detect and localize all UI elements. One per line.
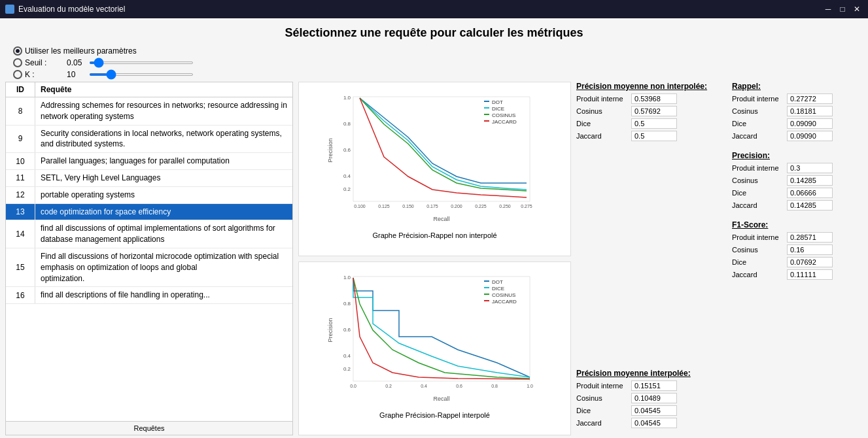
metric-label: Cosinus bbox=[576, 107, 629, 115]
svg-text:0.6: 0.6 bbox=[343, 327, 351, 333]
svg-text:0.2: 0.2 bbox=[385, 384, 392, 388]
best-params-row: Utiliser les meilleurs paramètres bbox=[13, 46, 855, 56]
svg-rect-18 bbox=[484, 107, 489, 109]
metric-value: 0.14285 bbox=[787, 200, 833, 211]
metric-row: Produit interne 0.53968 bbox=[576, 93, 727, 104]
metric-label: Jaccard bbox=[576, 419, 629, 427]
close-button[interactable]: ✕ bbox=[851, 3, 863, 15]
top-chart-title: Graphe Précision-Rappel non interpolé bbox=[372, 231, 496, 239]
metric-value: 0.5 bbox=[631, 131, 677, 141]
metric-label: Dice bbox=[732, 120, 784, 127]
seuil-radio[interactable] bbox=[13, 58, 22, 67]
metric-value: 0.06666 bbox=[787, 188, 833, 198]
svg-text:Recall: Recall bbox=[433, 216, 449, 222]
cell-text: find all descriptions of file handling i… bbox=[35, 287, 292, 303]
table-row[interactable]: 14 find all discussions of optimal imple… bbox=[6, 220, 292, 248]
svg-text:1.0: 1.0 bbox=[343, 275, 351, 280]
minimize-button[interactable]: ─ bbox=[822, 3, 834, 15]
svg-text:Recall: Recall bbox=[433, 396, 449, 402]
metric-row: Jaccard 0.11111 bbox=[732, 269, 863, 280]
table-row[interactable]: 8 Addressing schemes for resources in ne… bbox=[6, 97, 292, 126]
seuil-value: 0.05 bbox=[67, 58, 86, 67]
metric-label: Cosinus bbox=[732, 246, 784, 254]
svg-text:JACCARD: JACCARD bbox=[492, 119, 517, 125]
svg-text:0.125: 0.125 bbox=[378, 204, 390, 209]
seuil-row: Seuil : 0.05 bbox=[13, 58, 855, 67]
metric-value: 0.14285 bbox=[787, 175, 833, 186]
table-row[interactable]: 13 code optimization for space efficienc… bbox=[6, 204, 292, 221]
k-slider[interactable] bbox=[89, 73, 194, 76]
metric-label: Dice bbox=[576, 407, 629, 414]
k-label: K : bbox=[25, 70, 64, 79]
cell-text: Addressing schemes for resources in netw… bbox=[35, 97, 292, 125]
cell-id: 14 bbox=[6, 220, 35, 248]
svg-rect-20 bbox=[484, 114, 489, 115]
svg-rect-42 bbox=[484, 294, 489, 295]
seuil-slider[interactable] bbox=[89, 61, 194, 64]
svg-rect-38 bbox=[484, 280, 489, 282]
metric-row: Jaccard 0.09090 bbox=[732, 131, 863, 141]
svg-text:1.0: 1.0 bbox=[527, 384, 533, 388]
metric-row: Dice 0.04545 bbox=[576, 405, 727, 416]
top-controls: Utiliser les meilleurs paramètres Seuil … bbox=[0, 45, 868, 82]
right-metrics: Rappel: Produit interne 0.27272 Cosinus … bbox=[732, 82, 863, 435]
k-radio[interactable] bbox=[13, 70, 22, 79]
prec-interp-section: Précision moyenne interpolée: Produit in… bbox=[576, 369, 727, 430]
table-row[interactable]: 12 portable operating systems bbox=[6, 187, 292, 204]
metric-row: Cosinus 0.10489 bbox=[576, 393, 727, 403]
svg-text:0.4: 0.4 bbox=[421, 384, 427, 388]
cell-id: 16 bbox=[6, 287, 35, 303]
cell-text: Parallel languages; languages for parall… bbox=[35, 153, 292, 169]
table-row[interactable]: 15 Find all discussions of horizontal mi… bbox=[6, 248, 292, 287]
metric-label: Jaccard bbox=[732, 132, 784, 140]
metric-value: 0.04545 bbox=[631, 418, 677, 428]
metric-label: Produit interne bbox=[732, 95, 784, 103]
header-id: ID bbox=[6, 82, 35, 97]
maximize-button[interactable]: □ bbox=[837, 3, 848, 15]
best-params-option[interactable]: Utiliser les meilleurs paramètres bbox=[13, 46, 137, 56]
svg-rect-22 bbox=[484, 120, 489, 122]
metric-value: 0.15151 bbox=[631, 380, 677, 391]
metric-row: Produit interne 0.15151 bbox=[576, 380, 727, 391]
metric-value: 0.07692 bbox=[787, 257, 833, 267]
metric-value: 0.57692 bbox=[631, 106, 677, 116]
svg-text:DICE: DICE bbox=[492, 106, 504, 112]
metric-label: Cosinus bbox=[732, 177, 784, 184]
metric-value: 0.27272 bbox=[787, 93, 833, 104]
rappel-section: Rappel: Produit interne 0.27272 Cosinus … bbox=[732, 82, 863, 143]
svg-text:0.6: 0.6 bbox=[343, 147, 351, 153]
top-chart: Precision Recall 1.0 0.8 0.6 0.4 0.2 0.1… bbox=[327, 85, 543, 229]
svg-text:0.250: 0.250 bbox=[499, 204, 511, 209]
svg-text:1.0: 1.0 bbox=[343, 95, 351, 101]
title-bar-controls: ─ □ ✕ bbox=[822, 3, 863, 15]
metric-label: Jaccard bbox=[576, 132, 629, 140]
table-row[interactable]: 16 find all descriptions of file handlin… bbox=[6, 287, 292, 304]
metric-value: 0.09090 bbox=[787, 118, 833, 129]
title-bar-left: Evaluation du modèle vectoriel bbox=[5, 5, 125, 14]
table-row[interactable]: 9 Security considerations in local netwo… bbox=[6, 126, 292, 154]
svg-text:JACCARD: JACCARD bbox=[492, 299, 517, 305]
best-params-radio[interactable] bbox=[13, 46, 22, 56]
table-row[interactable]: 11 SETL, Very High Level Languages bbox=[6, 170, 292, 187]
main-content: Sélectionnez une requête pour calculer l… bbox=[0, 18, 868, 438]
svg-text:DICE: DICE bbox=[492, 286, 504, 292]
svg-text:DOT: DOT bbox=[492, 99, 503, 105]
svg-text:0.4: 0.4 bbox=[343, 173, 351, 179]
svg-text:DOT: DOT bbox=[492, 279, 503, 285]
prec-non-interp-title: Précision moyenne non interpolée: bbox=[576, 82, 727, 91]
rappel-title: Rappel: bbox=[732, 82, 863, 91]
table-row[interactable]: 10 Parallel languages; languages for par… bbox=[6, 153, 292, 170]
metric-row: Jaccard 0.5 bbox=[576, 131, 727, 141]
metric-row: Jaccard 0.04545 bbox=[576, 418, 727, 428]
page-title: Sélectionnez une requête pour calculer l… bbox=[0, 18, 868, 45]
svg-text:0.8: 0.8 bbox=[491, 384, 498, 388]
metric-value: 0.11111 bbox=[787, 269, 833, 280]
k-row: K : 10 bbox=[13, 70, 855, 79]
metric-value: 0.5 bbox=[631, 118, 677, 129]
app-icon bbox=[5, 5, 14, 14]
cell-text: Security considerations in local network… bbox=[35, 126, 292, 153]
cell-id: 13 bbox=[6, 204, 35, 220]
svg-text:COSINUS: COSINUS bbox=[492, 112, 515, 118]
metric-label: Dice bbox=[732, 189, 784, 197]
cell-text: find all discussions of optimal implemen… bbox=[35, 220, 292, 248]
